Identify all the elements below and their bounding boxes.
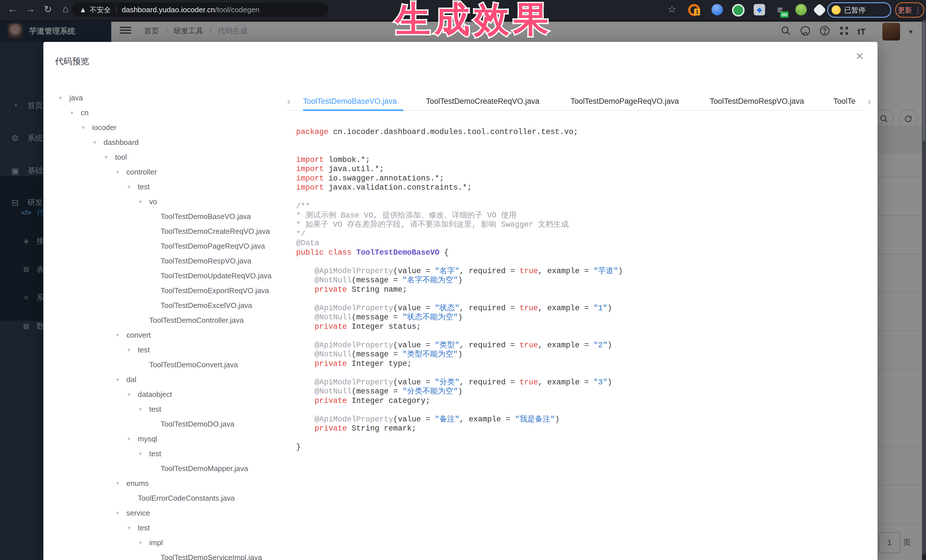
tree-expand-icon[interactable]: ▾ bbox=[139, 535, 149, 550]
tree-file[interactable]: ToolTestDemoRespVO.java bbox=[49, 254, 289, 268]
extension-orange-icon[interactable]: 1 bbox=[688, 4, 700, 16]
browser-forward-icon[interactable]: → bbox=[24, 3, 36, 15]
close-icon[interactable]: × bbox=[856, 49, 864, 62]
code-line bbox=[296, 433, 864, 443]
tree-expand-icon[interactable]: ▾ bbox=[139, 446, 149, 461]
tree-file[interactable]: ToolTestDemoExcelVO.java bbox=[49, 298, 289, 313]
tree-expand-icon[interactable]: ▾ bbox=[139, 194, 149, 209]
code-line: @NotNull(message = "类型不能为空") bbox=[296, 350, 864, 359]
code-line: @ApiModelProperty(value = "备注", example … bbox=[296, 415, 864, 424]
tree-file[interactable]: ToolTestDemoMapper.java bbox=[49, 461, 289, 476]
tree-folder[interactable]: ▾impl bbox=[49, 535, 289, 550]
address-bar[interactable]: ▲ 不安全 dashboard.yudao.iocoder.cn/tool/co… bbox=[72, 3, 328, 17]
tree-expand-icon[interactable]: ▾ bbox=[70, 105, 81, 120]
code-line bbox=[296, 137, 864, 146]
tree-file[interactable]: ToolTestDemoServiceImpl.java bbox=[49, 550, 289, 560]
tree-expand-icon[interactable]: ▾ bbox=[127, 180, 138, 194]
extension-list-icon[interactable]: ≡ on bbox=[774, 4, 786, 15]
tree-folder[interactable]: ▾test bbox=[49, 180, 289, 194]
code-line: @NotNull(message = "分类不能为空") bbox=[296, 387, 864, 396]
browser-menu-icon[interactable]: ⋮ bbox=[914, 6, 922, 15]
tree-expand-icon[interactable]: ▾ bbox=[116, 372, 126, 387]
browser-scrollbar[interactable] bbox=[922, 20, 926, 560]
tree-file[interactable]: ToolTestDemoDO.java bbox=[49, 417, 289, 432]
browser-back-icon[interactable]: ← bbox=[6, 3, 19, 15]
tabs-prev-icon[interactable]: ‹ bbox=[287, 97, 290, 106]
emoji-face-icon bbox=[832, 5, 841, 15]
tab-4[interactable]: ToolTestDemoRespVO.java bbox=[710, 95, 804, 108]
tree-folder[interactable]: ▾test bbox=[49, 343, 289, 357]
tree-folder[interactable]: ▾dal bbox=[49, 372, 289, 387]
tree-folder[interactable]: ▾dataobject bbox=[49, 387, 289, 402]
tree-folder[interactable]: ▾test bbox=[49, 446, 289, 461]
tree-folder[interactable]: ▾vo bbox=[49, 194, 289, 209]
tabs-next-icon[interactable]: › bbox=[868, 97, 871, 106]
code-line: @Data bbox=[296, 238, 864, 248]
paused-extension-pill[interactable]: 已暂停 bbox=[827, 2, 891, 18]
tab-5[interactable]: ToolTe bbox=[833, 95, 856, 108]
tab-3[interactable]: ToolTestDemoPageReqVO.java bbox=[570, 95, 679, 108]
tree-expand-icon[interactable]: ▾ bbox=[116, 328, 126, 343]
code-line: import javax.validation.constraints.*; bbox=[296, 183, 864, 192]
tree-file[interactable]: ToolTestDemoExportReqVO.java bbox=[49, 283, 289, 298]
code-line bbox=[296, 192, 864, 202]
tree-expand-icon[interactable]: ▾ bbox=[116, 476, 126, 491]
tree-folder[interactable]: ▾convert bbox=[49, 328, 289, 343]
tree-folder[interactable]: ▾dashboard bbox=[49, 135, 289, 150]
code-line: @ApiModelProperty(value = "状态", required… bbox=[296, 304, 864, 313]
tree-expand-icon[interactable]: ▾ bbox=[82, 120, 92, 135]
tree-folder[interactable]: ▾iocoder bbox=[49, 120, 289, 135]
tree-folder[interactable]: ▾mysql bbox=[49, 432, 289, 446]
code-line bbox=[296, 257, 864, 267]
tree-file[interactable]: ToolTestDemoCreateReqVO.java bbox=[49, 224, 289, 238]
code-line: package cn.iocoder.dashboard.modules.too… bbox=[296, 127, 864, 137]
extension-blue-pin-icon[interactable] bbox=[711, 4, 723, 15]
code-line: @NotNull(message = "名字不能为空") bbox=[296, 276, 864, 285]
tabs-active-underline bbox=[303, 110, 403, 111]
tree-expand-icon[interactable]: ▾ bbox=[105, 150, 115, 165]
page-url: dashboard.yudao.iocoder.cn/tool/codegen bbox=[122, 5, 260, 14]
tab-1[interactable]: ToolTestDemoBaseVO.java bbox=[303, 95, 397, 108]
tree-file[interactable]: ToolTestDemoController.java bbox=[49, 313, 289, 328]
code-line: */ bbox=[296, 229, 864, 239]
code-line: } bbox=[296, 442, 864, 452]
bookmark-star-icon[interactable]: ☆ bbox=[667, 3, 676, 15]
extension-green-icon[interactable] bbox=[732, 4, 744, 17]
tree-file[interactable]: ToolTestDemoBaseVO.java bbox=[49, 209, 289, 224]
browser-home-icon[interactable]: ⌂ bbox=[59, 3, 72, 15]
tab-2[interactable]: ToolTestDemoCreateReqVO.java bbox=[426, 95, 539, 108]
tree-expand-icon[interactable]: ▾ bbox=[116, 165, 126, 180]
tree-expand-icon[interactable]: ▾ bbox=[93, 135, 104, 150]
extension-diamond-icon[interactable]: ◆ bbox=[754, 4, 765, 15]
tree-folder[interactable]: ▾enums bbox=[49, 476, 289, 491]
browser-update-button[interactable]: 更新 ⋮ bbox=[895, 2, 924, 18]
tree-folder[interactable]: ▾test bbox=[49, 402, 289, 417]
tree-expand-icon[interactable]: ▾ bbox=[127, 387, 138, 402]
code-line bbox=[296, 146, 864, 155]
code-viewer: package cn.iocoder.dashboard.modules.too… bbox=[296, 127, 864, 452]
tree-file[interactable]: ToolErrorCodeConstants.java bbox=[49, 491, 289, 506]
tree-file[interactable]: ToolTestDemoPageReqVO.java bbox=[49, 238, 289, 254]
code-line: @NotNull(message = "状态不能为空") bbox=[296, 313, 864, 322]
tree-folder[interactable]: ▾controller bbox=[49, 165, 289, 180]
code-line: import lombok.*; bbox=[296, 155, 864, 165]
tree-expand-icon[interactable]: ▾ bbox=[127, 520, 138, 535]
tree-expand-icon[interactable]: ▾ bbox=[116, 506, 126, 520]
tree-folder[interactable]: ▾test bbox=[49, 520, 289, 535]
code-line bbox=[296, 406, 864, 415]
browser-reload-icon[interactable]: ↻ bbox=[42, 3, 54, 15]
extension-sprout-icon[interactable] bbox=[795, 4, 807, 15]
tree-file[interactable]: ToolTestDemoConvert.java bbox=[49, 357, 289, 372]
tree-expand-icon[interactable]: ▾ bbox=[127, 432, 138, 446]
tree-expand-icon[interactable]: ▾ bbox=[127, 343, 138, 357]
file-tree: ▾java▾cn▾iocoder▾dashboard▾tool▾controll… bbox=[49, 91, 289, 560]
tree-folder[interactable]: ▾service bbox=[49, 506, 289, 520]
tree-folder[interactable]: ▾java bbox=[49, 91, 289, 105]
tree-file[interactable]: ToolTestDemoUpdateReqVO.java bbox=[49, 268, 289, 283]
tree-folder[interactable]: ▾tool bbox=[49, 150, 289, 165]
extensions-puzzle-icon[interactable] bbox=[813, 3, 826, 17]
tree-folder[interactable]: ▾cn bbox=[49, 105, 289, 120]
code-line: @ApiModelProperty(value = "分类", required… bbox=[296, 378, 864, 387]
tree-expand-icon[interactable]: ▾ bbox=[139, 402, 149, 417]
tree-expand-icon[interactable]: ▾ bbox=[59, 91, 69, 105]
